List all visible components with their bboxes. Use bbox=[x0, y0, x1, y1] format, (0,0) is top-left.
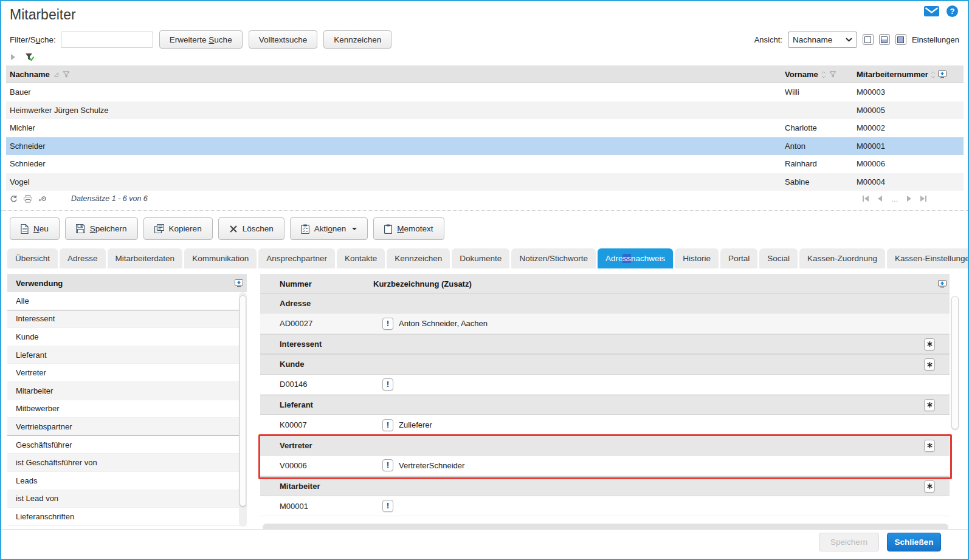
grid-footer: Datensätze 1 - 6 von 6 ... bbox=[1, 191, 968, 207]
verwendung-item-ist-lead-von[interactable]: ist Lead von bbox=[7, 490, 247, 508]
last-page-button[interactable] bbox=[920, 196, 926, 202]
verwendung-item-geschaeftsfuehrer[interactable]: Geschäftsführer bbox=[7, 436, 247, 454]
bang-button[interactable]: ! bbox=[382, 378, 393, 391]
tab-uebersicht[interactable]: Übersicht bbox=[7, 248, 58, 268]
star-button[interactable] bbox=[924, 399, 935, 411]
verwendung-item-alle[interactable]: Alle bbox=[7, 292, 247, 310]
record-row[interactable]: K00007 ! Zulieferer bbox=[260, 415, 950, 435]
kennzeichen-button[interactable]: Kennzeichen bbox=[323, 30, 391, 49]
loeschen-button[interactable]: Löschen bbox=[218, 217, 284, 240]
tab-mitarbeiterdaten[interactable]: Mitarbeiterdaten bbox=[108, 248, 183, 268]
group-row-vertreter[interactable]: Vertreter bbox=[260, 435, 950, 456]
group-row-interessent[interactable]: Interessent bbox=[260, 334, 950, 354]
tab-dokumente[interactable]: Dokumente bbox=[452, 248, 509, 268]
verwendung-item-kunde[interactable]: Kunde bbox=[7, 328, 247, 346]
table-row[interactable]: SchniederRainhardM00006 bbox=[6, 155, 964, 173]
tab-adressnachweis-active[interactable]: Adressnachweis bbox=[598, 248, 673, 268]
group-row-kunde[interactable]: Kunde bbox=[260, 354, 950, 374]
filter-funnel-icon[interactable] bbox=[829, 71, 836, 78]
group-row-adresse[interactable]: Adresse bbox=[260, 293, 950, 313]
memotext-button[interactable]: Memotext bbox=[373, 217, 444, 240]
tab-ansprechpartner[interactable]: Ansprechpartner bbox=[258, 248, 335, 268]
table-row[interactable]: MichlerCharlotteM00002 bbox=[6, 119, 964, 137]
verwendung-item-mitarbeiter[interactable]: Mitarbeiter bbox=[7, 382, 247, 400]
page-title: Mitarbeiter bbox=[10, 7, 959, 23]
settings-gear-icon[interactable] bbox=[38, 195, 47, 202]
tab-kassen-einstellungen[interactable]: Kassen-Einstellungen bbox=[887, 248, 969, 268]
table-row[interactable]: Heimwerker Jürgen SchulzeM00005 bbox=[6, 101, 964, 120]
table-row[interactable]: VogelSabineM00004 bbox=[6, 173, 964, 191]
tab-kennzeichen[interactable]: Kennzeichen bbox=[387, 248, 450, 268]
star-button[interactable] bbox=[924, 480, 935, 493]
verwendung-item-interessent[interactable]: Interessent bbox=[7, 310, 247, 329]
group-row-mitarbeiter[interactable]: Mitarbeiter bbox=[260, 476, 950, 496]
tab-kommunikation[interactable]: Kommunikation bbox=[184, 248, 257, 268]
first-page-button[interactable] bbox=[863, 196, 869, 202]
group-row-lieferant[interactable]: Lieferant bbox=[260, 395, 950, 415]
star-icon bbox=[927, 483, 933, 489]
sort-both-icon bbox=[931, 71, 936, 78]
column-header-mitarbeiternummer[interactable]: Mitarbeiternummer bbox=[857, 70, 964, 79]
mail-icon[interactable] bbox=[924, 6, 939, 16]
help-icon[interactable]: ? bbox=[947, 5, 958, 17]
verwendung-item-vertreter[interactable]: Vertreter bbox=[7, 364, 247, 382]
footer-schliessen-button[interactable]: Schließen bbox=[887, 533, 941, 551]
verwendung-item-ist-geschaeftsfuehrer-von[interactable]: ist Geschäftsführer von bbox=[7, 454, 247, 472]
tab-portal[interactable]: Portal bbox=[720, 248, 757, 268]
neu-button[interactable]: Neu bbox=[10, 217, 60, 240]
funnel-check-icon[interactable] bbox=[25, 53, 34, 61]
table-row-selected[interactable]: SchneiderAntonM00001 bbox=[6, 137, 964, 155]
tab-kassen-zuordnung[interactable]: Kassen-Zuordnung bbox=[799, 248, 885, 268]
record-row[interactable]: AD00027 ! Anton Schneider, Aachen bbox=[260, 313, 950, 333]
column-header-nachname[interactable]: Nachname bbox=[6, 70, 785, 79]
tab-social[interactable]: Social bbox=[759, 248, 798, 268]
erweiterte-suche-button[interactable]: Erweiterte Suche bbox=[159, 30, 243, 49]
verwendung-header: Verwendung bbox=[7, 274, 247, 292]
star-button[interactable] bbox=[924, 338, 935, 350]
bang-button[interactable]: ! bbox=[382, 459, 393, 471]
expander-arrow-icon[interactable] bbox=[11, 54, 15, 60]
tab-notizen-stichworte[interactable]: Notizen/Stichworte bbox=[511, 248, 596, 268]
prev-page-button[interactable] bbox=[878, 196, 882, 202]
view-split-button[interactable] bbox=[879, 34, 890, 45]
verwendung-item-mitbewerber[interactable]: Mitbewerber bbox=[7, 400, 247, 418]
view-detail-button[interactable] bbox=[895, 34, 906, 45]
bang-button[interactable]: ! bbox=[382, 318, 393, 330]
column-config-icon[interactable] bbox=[938, 280, 947, 288]
search-input[interactable] bbox=[61, 32, 153, 48]
verwendung-item-vertriebspartner[interactable]: Vertriebspartner bbox=[7, 418, 247, 436]
column-config-icon[interactable] bbox=[938, 70, 947, 78]
speichern-button[interactable]: Speichern bbox=[65, 217, 138, 240]
table-row[interactable]: BauerWilliM00003 bbox=[6, 83, 964, 101]
scrollbar-track[interactable] bbox=[239, 292, 247, 527]
aktionen-button[interactable]: Aktionen bbox=[290, 217, 368, 240]
scrollbar-thumb[interactable] bbox=[240, 295, 246, 507]
refresh-icon[interactable] bbox=[10, 195, 18, 203]
actions-clipboard-icon bbox=[301, 224, 309, 234]
record-row[interactable]: D00146 ! bbox=[260, 375, 950, 395]
volltextsuche-button[interactable]: Volltextsuche bbox=[249, 30, 318, 49]
tab-historie[interactable]: Historie bbox=[675, 248, 719, 268]
einstellungen-link[interactable]: Einstellungen bbox=[912, 35, 959, 44]
tab-adresse[interactable]: Adresse bbox=[60, 248, 106, 268]
bang-button[interactable]: ! bbox=[382, 419, 393, 431]
verwendung-item-lieferanschriften[interactable]: Lieferanschriften bbox=[7, 508, 247, 526]
scrollbar-thumb[interactable] bbox=[951, 296, 959, 429]
star-button[interactable] bbox=[924, 358, 935, 370]
star-button[interactable] bbox=[924, 440, 935, 452]
verwendung-item-lieferant[interactable]: Lieferant bbox=[7, 346, 247, 364]
tab-kontakte[interactable]: Kontakte bbox=[337, 248, 385, 268]
column-header-vorname[interactable]: Vorname bbox=[785, 70, 857, 79]
kopieren-button[interactable]: Kopieren bbox=[143, 217, 213, 240]
next-page-button[interactable] bbox=[907, 196, 911, 202]
column-config-icon[interactable] bbox=[235, 279, 244, 287]
view-list-button[interactable] bbox=[863, 34, 874, 45]
star-icon bbox=[927, 402, 933, 408]
record-row[interactable]: M00001 ! bbox=[260, 496, 950, 516]
bang-button[interactable]: ! bbox=[382, 500, 393, 512]
filter-funnel-icon[interactable] bbox=[63, 71, 70, 78]
ansicht-select[interactable]: Nachname bbox=[788, 32, 857, 48]
verwendung-item-leads[interactable]: Leads bbox=[7, 472, 247, 490]
print-icon[interactable] bbox=[24, 195, 32, 203]
record-row[interactable]: V00006 ! VertreterSchneider bbox=[260, 456, 950, 476]
